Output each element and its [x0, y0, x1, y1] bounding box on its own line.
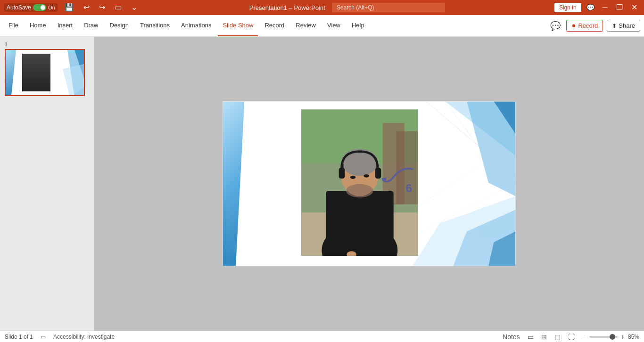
tab-record[interactable]: Record	[260, 15, 289, 36]
share-btn-label: Share	[619, 22, 635, 29]
slide-panel: 1	[0, 37, 94, 331]
comments-button[interactable]: 💬	[548, 20, 562, 32]
app-title: Presentation1 – PowerPoint	[249, 4, 325, 11]
slide-decoration-left	[223, 101, 245, 266]
tab-file[interactable]: File	[4, 15, 23, 36]
tab-transitions[interactable]: Transitions	[135, 15, 174, 36]
record-btn-label: Record	[578, 22, 598, 29]
ribbon-right: 💬 ⏺ Record ⬆ Share	[548, 20, 640, 32]
autosave-toggle[interactable]	[33, 4, 46, 11]
titlebar-right: Sign in 💬 ─ ❐ ✕	[554, 3, 640, 12]
zoom-slider-thumb[interactable]	[610, 334, 615, 340]
statusbar: Slide 1 of 1 ▭ Accessibility: Investigat…	[0, 331, 644, 342]
autosave-state: On	[48, 5, 55, 10]
titlebar-center: Presentation1 – PowerPoint	[249, 3, 445, 12]
thumb-person	[22, 54, 50, 91]
canvas-area[interactable]: 6	[94, 37, 644, 331]
tab-view[interactable]: View	[322, 15, 345, 36]
record-ribbon-button[interactable]: ⏺ Record	[566, 20, 603, 32]
share-ribbon-button[interactable]: ⬆ Share	[607, 20, 640, 32]
slide-canvas: 6	[223, 101, 516, 266]
reading-view-button[interactable]: ▤	[553, 333, 562, 341]
zoom-out-button[interactable]: −	[581, 333, 587, 341]
autosave-label: AutoSave	[7, 4, 31, 11]
slide-number: 1	[5, 41, 90, 47]
slide-sorter-button[interactable]: ⊞	[540, 333, 548, 341]
tab-review[interactable]: Review	[291, 15, 321, 36]
zoom-level: 85%	[628, 334, 639, 340]
normal-view-button[interactable]: ▭	[526, 333, 535, 341]
titlebar-left: AutoSave On 💾 ↩ ↪ ▭ ⌄	[4, 3, 140, 12]
customize-button[interactable]: ⌄	[128, 3, 140, 12]
minimize-button[interactable]: ─	[600, 3, 611, 12]
accessibility-status: Accessibility: Investigate	[53, 334, 115, 340]
svg-rect-19	[326, 191, 394, 256]
svg-point-25	[364, 174, 370, 178]
undo-button[interactable]: ↩	[81, 3, 92, 12]
ribbon: File Home Insert Draw Design Transitions…	[0, 15, 644, 37]
svg-rect-27	[339, 168, 345, 179]
slideshow-view-button[interactable]: ⛶	[567, 333, 576, 341]
tab-design[interactable]: Design	[105, 15, 133, 36]
main: 1	[0, 37, 644, 331]
slide-count: Slide 1 of 1	[5, 334, 33, 340]
tab-home[interactable]: Home	[25, 15, 51, 36]
tab-slideshow[interactable]: Slide Show	[218, 15, 258, 36]
tab-help[interactable]: Help	[347, 15, 369, 36]
notes-button[interactable]: Notes	[501, 333, 521, 341]
thumb-bg-right	[58, 50, 84, 95]
zoom-in-button[interactable]: +	[619, 333, 626, 341]
present-button[interactable]: ▭	[112, 3, 124, 12]
notes-label: Notes	[503, 333, 520, 341]
svg-text:6: 6	[406, 182, 412, 195]
svg-point-26	[346, 184, 373, 198]
slide-decoration-right	[413, 101, 516, 266]
slide-thumb-inner	[6, 50, 84, 95]
slide-thumbnail[interactable]	[5, 49, 85, 96]
zoom-control: − + 85%	[581, 333, 639, 341]
autosave-badge: AutoSave On	[4, 3, 58, 12]
svg-point-21	[341, 149, 378, 176]
signin-button[interactable]: Sign in	[554, 3, 581, 12]
zoom-slider[interactable]	[589, 336, 618, 338]
thumb-bg-left	[6, 50, 16, 95]
tab-insert[interactable]: Insert	[53, 15, 78, 36]
redo-button[interactable]: ↪	[96, 3, 108, 12]
slide-icon: ▭	[41, 334, 46, 340]
save-button[interactable]: 💾	[62, 3, 77, 12]
close-button[interactable]: ✕	[628, 3, 640, 12]
restore-button[interactable]: ❐	[613, 3, 626, 12]
search-input[interactable]	[332, 3, 445, 12]
slide-arrow-annotation: 6	[380, 163, 418, 196]
window-comment-button[interactable]: 💬	[584, 3, 597, 12]
svg-point-24	[350, 176, 356, 179]
titlebar: AutoSave On 💾 ↩ ↪ ▭ ⌄ Presentation1 – Po…	[0, 0, 644, 15]
statusbar-right: Notes ▭ ⊞ ▤ ⛶ − + 85%	[501, 333, 639, 341]
tab-animations[interactable]: Animations	[176, 15, 216, 36]
tab-draw[interactable]: Draw	[79, 15, 103, 36]
